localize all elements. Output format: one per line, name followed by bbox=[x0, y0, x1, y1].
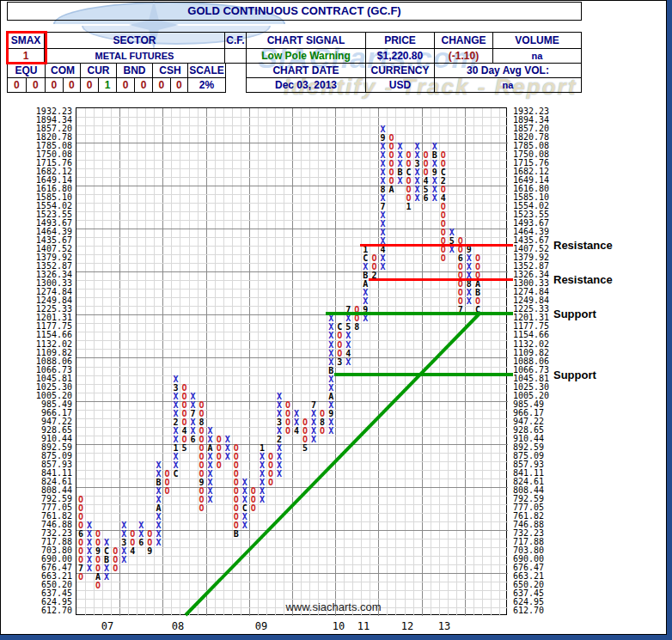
support-line bbox=[334, 373, 513, 376]
sector-header: SECTOR bbox=[44, 32, 225, 49]
o-symbol: O bbox=[214, 461, 224, 470]
o-symbol: O bbox=[197, 504, 207, 513]
grid-hline bbox=[76, 340, 508, 341]
support-line bbox=[326, 312, 513, 315]
grid-vline bbox=[180, 108, 180, 616]
grid-hline bbox=[76, 357, 508, 358]
grid-vline bbox=[482, 108, 483, 616]
grid-hline bbox=[76, 496, 508, 497]
resistance-line bbox=[360, 244, 513, 247]
currency-header: CURRENCY bbox=[365, 63, 435, 78]
month-marker: 8 bbox=[351, 323, 362, 332]
grid-vline bbox=[198, 108, 199, 616]
grid-hline bbox=[76, 478, 508, 479]
grid-vline bbox=[206, 108, 207, 616]
page-title: GOLD CONTINUOUS CONTRACT (GC.F) bbox=[8, 3, 581, 20]
price-tick-right: 1132.02 bbox=[513, 340, 549, 349]
grid-hline bbox=[76, 263, 508, 264]
grid-vline bbox=[499, 108, 500, 616]
month-marker: C bbox=[171, 470, 181, 478]
price-tick-right: 1109.82 bbox=[513, 349, 549, 357]
grid-vline bbox=[456, 108, 457, 616]
grid-hline bbox=[76, 590, 508, 591]
grid-hline bbox=[76, 573, 508, 574]
change-value: (-1.10) bbox=[434, 48, 493, 64]
avg-vol-header: 30 Day Avg VOL: bbox=[434, 63, 582, 78]
flag-cell: 0 bbox=[45, 77, 64, 93]
price-tick-left: 612.70 bbox=[19, 606, 72, 615]
grid-vline bbox=[309, 108, 310, 616]
grid-hline bbox=[76, 384, 508, 385]
grid-vline bbox=[215, 108, 216, 616]
month-marker: 9 bbox=[144, 547, 155, 556]
chart-signal-header: CHART SIGNAL bbox=[246, 32, 366, 49]
price-tick-right: 1154.66 bbox=[513, 331, 549, 339]
x-symbol: X bbox=[119, 556, 129, 564]
year-tick: 07 bbox=[101, 620, 113, 632]
grid-hline bbox=[76, 349, 508, 350]
flag-cell: 0 bbox=[80, 77, 99, 93]
equ-header: EQU bbox=[7, 63, 46, 78]
scale-value: 2% bbox=[187, 77, 226, 93]
grid-vline bbox=[361, 108, 362, 616]
grid-vline bbox=[318, 108, 319, 616]
com-header: COM bbox=[45, 63, 81, 78]
frame-shadow-bottom bbox=[0, 635, 672, 640]
flag-cell: 0 bbox=[63, 77, 82, 93]
month-marker: 5 bbox=[300, 444, 310, 453]
site-watermark: www.siacharts.com bbox=[285, 600, 381, 613]
year-tick: 09 bbox=[255, 620, 267, 632]
grid-vline bbox=[491, 108, 492, 616]
flag-cell: 0 bbox=[26, 77, 46, 93]
price-tick-right: 1066.73 bbox=[513, 366, 549, 375]
pnf-plot-area: OOOO6OOO7OXXXXXXOO9OOAOXCBXXOOOXX3XXOO4X… bbox=[76, 107, 507, 615]
cf-header: C.F. bbox=[224, 32, 247, 49]
grid-vline bbox=[189, 108, 190, 616]
grid-vline bbox=[284, 108, 284, 616]
month-marker: 5 bbox=[180, 444, 190, 453]
grid-hline bbox=[76, 143, 508, 143]
sia-pnf-chart-page: SIACharts.com Identify - Track - Report … bbox=[0, 0, 672, 640]
chart-date-header: CHART DATE bbox=[246, 63, 366, 78]
flag-cell: 0 bbox=[7, 77, 27, 93]
month-marker: 1 bbox=[404, 203, 414, 211]
sector-value: METAL FUTURES bbox=[44, 48, 225, 64]
grid-vline bbox=[171, 108, 172, 616]
title-box: GOLD CONTINUOUS CONTRACT (GC.F) bbox=[7, 2, 582, 21]
grid-hline bbox=[76, 117, 508, 118]
grid-hline bbox=[76, 332, 508, 332]
flag-cell: 0 bbox=[116, 77, 135, 93]
x-symbol: X bbox=[205, 496, 216, 504]
cur-header: CUR bbox=[80, 63, 117, 78]
grid-hline bbox=[76, 271, 508, 272]
grid-hline bbox=[76, 513, 508, 514]
x-symbol: X bbox=[326, 427, 336, 436]
price-value: $1,220.80 bbox=[365, 48, 435, 64]
grid-hline bbox=[76, 297, 508, 298]
page-border-left bbox=[0, 0, 1, 635]
price-header: PRICE bbox=[365, 32, 435, 49]
o-symbol: O bbox=[162, 487, 172, 496]
grid-hline bbox=[76, 453, 508, 454]
volume-header: VOLUME bbox=[492, 32, 582, 49]
price-tick-right: 1088.06 bbox=[513, 357, 549, 366]
year-tick: 10 bbox=[333, 620, 345, 632]
grid-hline bbox=[76, 461, 508, 462]
grid-hline bbox=[76, 487, 508, 488]
grid-vline bbox=[292, 108, 293, 616]
grid-hline bbox=[76, 367, 508, 368]
grid-hline bbox=[76, 470, 508, 471]
o-symbol: O bbox=[248, 504, 259, 513]
x-symbol: X bbox=[101, 573, 112, 582]
month-marker: 4 bbox=[127, 547, 137, 556]
year-tick: 08 bbox=[172, 620, 184, 632]
support-label: Support bbox=[553, 368, 596, 381]
scale-header: SCALE bbox=[187, 63, 226, 78]
grid-hline bbox=[76, 564, 508, 565]
flag-cell: 0 bbox=[134, 77, 153, 93]
price-tick-left: 1045.81 bbox=[19, 375, 72, 383]
price-tick-left: 1109.82 bbox=[19, 349, 72, 357]
change-header: CHANGE bbox=[434, 32, 493, 49]
year-tick: 12 bbox=[401, 620, 413, 632]
grid-hline bbox=[76, 599, 508, 600]
